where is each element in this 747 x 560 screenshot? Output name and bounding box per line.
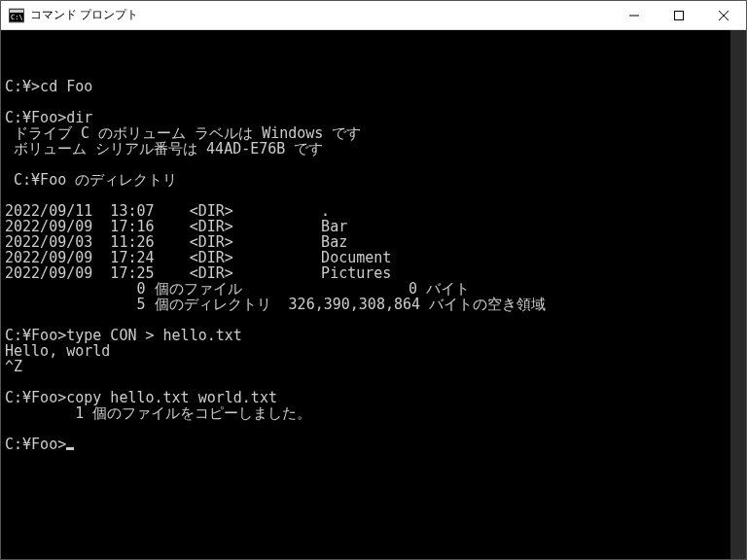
terminal-line: C:¥Foo>dir [5,110,742,125]
terminal-line: 0 個のファイル 0 バイト [5,281,742,297]
terminal-line [5,188,742,203]
svg-rect-4 [675,11,684,19]
terminal-line: C:¥Foo>type CON > hello.txt [5,328,742,343]
terminal-line [5,312,742,328]
terminal-line: 2022/09/11 13:07 <DIR> . [5,203,742,219]
terminal-line: C:¥>cd Foo [5,79,742,94]
terminal-line: 5 個のディレクトリ 326,390,308,864 バイトの空き領域 [5,297,742,312]
terminal-line: 1 個のファイルをコピーしました。 [5,405,742,421]
terminal-line: 2022/09/09 17:24 <DIR> Document [5,250,742,265]
svg-text:C:\: C:\ [11,14,23,21]
command-prompt-window: C:\ コマンド プロンプト C:¥>cd Foo C:¥Foo>dir ドライ… [0,0,747,560]
cursor [66,447,74,450]
cmd-icon: C:\ [9,8,24,23]
terminal-line: C:¥Foo> [5,437,742,452]
terminal-content: C:¥>cd Foo C:¥Foo>dir ドライブ C のボリューム ラベルは… [5,63,742,452]
terminal-line: ボリューム シリアル番号は 44AD-E76B です [5,141,742,157]
terminal-line: C:¥Foo のディレクトリ [5,172,742,188]
maximize-button[interactable] [657,1,701,29]
terminal-line [5,374,742,390]
terminal-line: C:¥Foo>copy hello.txt world.txt [5,390,742,405]
terminal-line: 2022/09/09 17:16 <DIR> Bar [5,219,742,234]
window-title: コマンド プロンプト [30,7,612,23]
terminal-line: ^Z [5,359,742,374]
terminal-line [5,157,742,172]
svg-rect-1 [10,10,23,13]
terminal-line [5,94,742,110]
close-button[interactable] [701,1,746,29]
minimize-button[interactable] [612,1,657,29]
terminal-area[interactable]: C:¥>cd Foo C:¥Foo>dir ドライブ C のボリューム ラベルは… [1,30,746,559]
terminal-line [5,63,742,79]
terminal-line: ドライブ C のボリューム ラベルは Windows です [5,125,742,141]
terminal-line: 2022/09/09 17:25 <DIR> Pictures [5,265,742,281]
scrollbar[interactable] [730,30,746,559]
terminal-line: Hello, world [5,343,742,359]
titlebar[interactable]: C:\ コマンド プロンプト [1,1,746,30]
terminal-line [5,421,742,437]
window-controls [612,1,746,29]
terminal-line: 2022/09/03 11:26 <DIR> Baz [5,234,742,250]
